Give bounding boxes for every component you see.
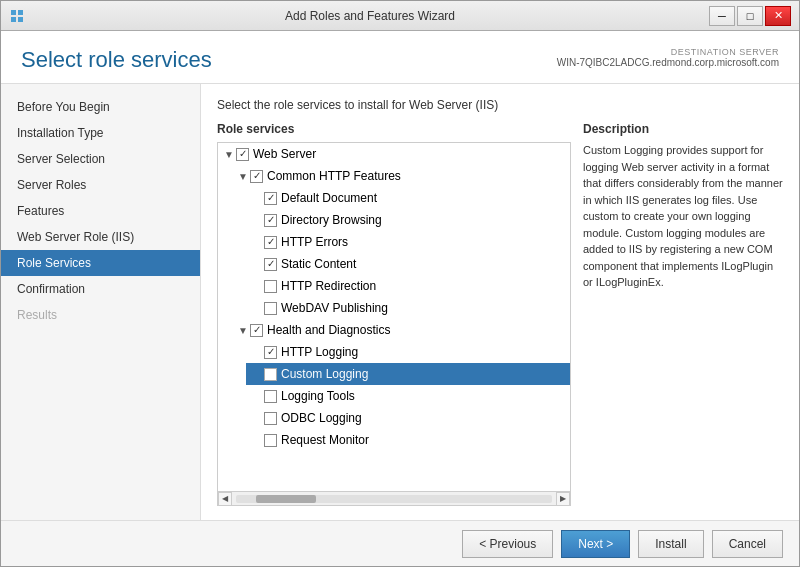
scroll-track[interactable] — [236, 495, 552, 503]
node-label-odbc-logging: ODBC Logging — [281, 411, 362, 425]
expand-spacer-2 — [250, 213, 264, 227]
svg-rect-1 — [18, 10, 23, 15]
tree-node-http-redirect[interactable]: HTTP Redirection — [246, 275, 570, 297]
description-section: Description Custom Logging provides supp… — [583, 122, 783, 506]
expand-spacer-7 — [250, 345, 264, 359]
next-button[interactable]: Next > — [561, 530, 630, 558]
expand-spacer-3 — [250, 235, 264, 249]
tree-node-logging-tools[interactable]: Logging Tools — [246, 385, 570, 407]
sidebar-item-confirmation[interactable]: Confirmation — [1, 276, 200, 302]
node-label-common-http: Common HTTP Features — [267, 169, 401, 183]
tree-node-webdav[interactable]: WebDAV Publishing — [246, 297, 570, 319]
scroll-right-button[interactable]: ▶ — [556, 492, 570, 506]
node-label-static-content: Static Content — [281, 257, 356, 271]
footer: < Previous Next > Install Cancel — [1, 520, 799, 566]
node-label-web-server: Web Server — [253, 147, 316, 161]
two-col-layout: Role services ▼ Web Server — [217, 122, 783, 506]
expand-icon-common-http: ▼ — [236, 169, 250, 183]
node-label-http-errors: HTTP Errors — [281, 235, 348, 249]
tree-node-dir-browsing[interactable]: Directory Browsing — [246, 209, 570, 231]
tree-container: ▼ Web Server ▼ Common HTTP Features — [217, 142, 571, 506]
cancel-button[interactable]: Cancel — [712, 530, 783, 558]
svg-rect-3 — [18, 17, 23, 22]
tree-scroll[interactable]: ▼ Web Server ▼ Common HTTP Features — [218, 143, 570, 491]
dest-label: DESTINATION SERVER — [557, 47, 779, 57]
tree-section: Role services ▼ Web Server — [217, 122, 571, 506]
expand-spacer-6 — [250, 301, 264, 315]
expand-spacer-1 — [250, 191, 264, 205]
checkbox-http-errors[interactable] — [264, 236, 277, 249]
checkbox-custom-logging[interactable] — [264, 368, 277, 381]
dest-server-name: WIN-7QIBC2LADCG.redmond.corp.microsoft.c… — [557, 57, 779, 68]
intro-text: Select the role services to install for … — [217, 98, 783, 112]
horizontal-scrollbar[interactable]: ◀ ▶ — [218, 491, 570, 505]
sidebar-item-role-services[interactable]: Role Services — [1, 250, 200, 276]
expand-spacer-8 — [250, 367, 264, 381]
checkbox-default-doc[interactable] — [264, 192, 277, 205]
checkbox-health-diag[interactable] — [250, 324, 263, 337]
sidebar-item-features[interactable]: Features — [1, 198, 200, 224]
checkbox-request-monitor[interactable] — [264, 434, 277, 447]
node-label-default-doc: Default Document — [281, 191, 377, 205]
tree-node-custom-logging[interactable]: Custom Logging — [246, 363, 570, 385]
tree-node-health-diag[interactable]: ▼ Health and Diagnostics — [232, 319, 570, 341]
node-label-health-diag: Health and Diagnostics — [267, 323, 390, 337]
tree-node-odbc-logging[interactable]: ODBC Logging — [246, 407, 570, 429]
node-label-http-logging: HTTP Logging — [281, 345, 358, 359]
checkbox-http-redirect[interactable] — [264, 280, 277, 293]
window-title: Add Roles and Features Wizard — [31, 9, 709, 23]
main-content: Select the role services to install for … — [201, 84, 799, 520]
svg-rect-2 — [11, 17, 16, 22]
tree-node-request-monitor[interactable]: Request Monitor — [246, 429, 570, 451]
checkbox-dir-browsing[interactable] — [264, 214, 277, 227]
tree-node-http-errors[interactable]: HTTP Errors — [246, 231, 570, 253]
expand-spacer-11 — [250, 433, 264, 447]
minimize-button[interactable]: ─ — [709, 6, 735, 26]
node-label-dir-browsing: Directory Browsing — [281, 213, 382, 227]
sidebar-item-before-you-begin[interactable]: Before You Begin — [1, 94, 200, 120]
desc-panel-header: Description — [583, 122, 783, 136]
tree-node-web-server[interactable]: ▼ Web Server — [218, 143, 570, 165]
close-button[interactable]: ✕ — [765, 6, 791, 26]
expand-icon-health-diag: ▼ — [236, 323, 250, 337]
sidebar-item-installation-type[interactable]: Installation Type — [1, 120, 200, 146]
previous-button[interactable]: < Previous — [462, 530, 553, 558]
tree-node-static-content[interactable]: Static Content — [246, 253, 570, 275]
checkbox-http-logging[interactable] — [264, 346, 277, 359]
tree-panel-header: Role services — [217, 122, 571, 136]
sidebar-item-web-server-role[interactable]: Web Server Role (IIS) — [1, 224, 200, 250]
scroll-left-button[interactable]: ◀ — [218, 492, 232, 506]
expand-spacer-5 — [250, 279, 264, 293]
window-controls: ─ □ ✕ — [709, 6, 791, 26]
checkbox-web-server[interactable] — [236, 148, 249, 161]
checkbox-logging-tools[interactable] — [264, 390, 277, 403]
node-label-custom-logging: Custom Logging — [281, 367, 368, 381]
svg-rect-0 — [11, 10, 16, 15]
install-button[interactable]: Install — [638, 530, 703, 558]
sidebar-item-server-roles[interactable]: Server Roles — [1, 172, 200, 198]
main-wrapper: Select role services DESTINATION SERVER … — [1, 31, 799, 566]
node-label-logging-tools: Logging Tools — [281, 389, 355, 403]
tree-node-common-http[interactable]: ▼ Common HTTP Features — [232, 165, 570, 187]
sidebar: Before You Begin Installation Type Serve… — [1, 84, 201, 520]
page-title: Select role services — [21, 47, 212, 73]
sidebar-item-server-selection[interactable]: Server Selection — [1, 146, 200, 172]
node-label-request-monitor: Request Monitor — [281, 433, 369, 447]
title-bar: Add Roles and Features Wizard ─ □ ✕ — [1, 1, 799, 31]
checkbox-common-http[interactable] — [250, 170, 263, 183]
scroll-thumb[interactable] — [256, 495, 316, 503]
expand-spacer-10 — [250, 411, 264, 425]
tree-node-default-doc[interactable]: Default Document — [246, 187, 570, 209]
checkbox-static-content[interactable] — [264, 258, 277, 271]
checkbox-webdav[interactable] — [264, 302, 277, 315]
description-text: Custom Logging provides support for logg… — [583, 142, 783, 291]
main-window: Add Roles and Features Wizard ─ □ ✕ Sele… — [0, 0, 800, 567]
node-label-webdav: WebDAV Publishing — [281, 301, 388, 315]
expand-spacer-4 — [250, 257, 264, 271]
maximize-button[interactable]: □ — [737, 6, 763, 26]
checkbox-odbc-logging[interactable] — [264, 412, 277, 425]
window-icon — [9, 8, 25, 24]
node-label-http-redirect: HTTP Redirection — [281, 279, 376, 293]
tree-node-http-logging[interactable]: HTTP Logging — [246, 341, 570, 363]
dest-server-info: DESTINATION SERVER WIN-7QIBC2LADCG.redmo… — [557, 47, 779, 68]
